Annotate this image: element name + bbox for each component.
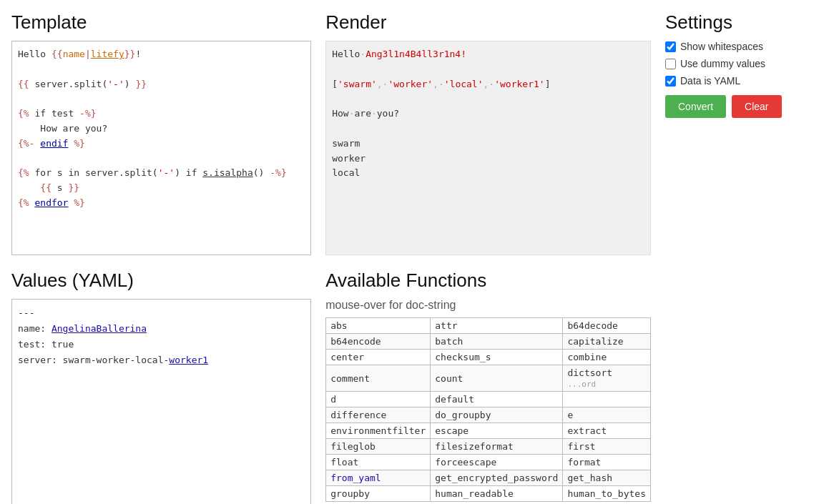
convert-button[interactable]: Convert bbox=[665, 95, 726, 118]
func-b64encode[interactable]: b64encode bbox=[326, 334, 431, 350]
render-section: Render Hello·Ang3l1n4B4ll3r1n4! ['swarm'… bbox=[325, 11, 651, 255]
show-whitespaces-checkbox[interactable] bbox=[665, 41, 676, 52]
func-environmentfilter[interactable]: environmentfilter bbox=[326, 423, 431, 439]
table-row: comment count dictsort Return a secure h… bbox=[326, 365, 651, 392]
use-dummy-values-checkbox[interactable] bbox=[665, 59, 676, 69]
use-dummy-values-row: Use dummy values bbox=[665, 58, 823, 69]
func-empty3 bbox=[563, 392, 651, 407]
settings-title: Settings bbox=[665, 11, 823, 34]
action-buttons: Convert Clear bbox=[665, 95, 823, 118]
settings-section: Settings Show whitespaces Use dummy valu… bbox=[665, 11, 823, 255]
func-center[interactable]: center bbox=[326, 350, 431, 365]
data-is-yaml-checkbox[interactable] bbox=[665, 76, 676, 87]
functions-title: Available Functions bbox=[325, 270, 651, 292]
table-row: b64encode batch capitalize bbox=[326, 334, 651, 350]
func-fileglob[interactable]: fileglob bbox=[326, 439, 431, 455]
show-whitespaces-row: Show whitespaces bbox=[665, 41, 823, 52]
func-forceescape[interactable]: forceescape bbox=[431, 455, 563, 470]
values-editor[interactable]: --- name: AngelinaBallerina test: true s… bbox=[11, 299, 311, 504]
show-whitespaces-label: Show whitespaces bbox=[680, 41, 763, 52]
data-is-yaml-label: Data is YAML bbox=[680, 75, 740, 87]
values-title: Values (YAML) bbox=[11, 270, 311, 292]
clear-button[interactable]: Clear bbox=[732, 95, 781, 118]
render-output: Hello·Ang3l1n4B4ll3r1n4! ['swarm',·'work… bbox=[325, 41, 651, 255]
func-human-to-bytes[interactable]: human_to_bytes bbox=[563, 486, 651, 502]
func-batch[interactable]: batch bbox=[431, 334, 563, 350]
table-row: environmentfilter escape extract bbox=[326, 423, 651, 439]
func-from-yaml[interactable]: from_yaml bbox=[326, 470, 431, 486]
func-attr[interactable]: attr bbox=[431, 318, 563, 334]
func-filesizeformat[interactable]: filesizeformat bbox=[431, 439, 563, 455]
func-difference[interactable]: difference bbox=[326, 407, 431, 423]
func-capitalize[interactable]: capitalize bbox=[563, 334, 651, 350]
func-float[interactable]: float bbox=[326, 455, 431, 470]
table-row: abs attr b64decode bbox=[326, 318, 651, 334]
table-row: float forceescape format bbox=[326, 455, 651, 470]
template-section: Template Hello {{name|litefy}}! {{ serve… bbox=[11, 11, 311, 255]
table-row: difference do_groupby e bbox=[326, 407, 651, 423]
func-d[interactable]: d bbox=[326, 392, 431, 407]
functions-section: Available Functions mouse-over for doc-s… bbox=[325, 270, 651, 504]
func-dictsort-tooltip: dictsort Return a secure hash hex digest… bbox=[567, 367, 612, 378]
func-abs[interactable]: abs bbox=[326, 318, 431, 334]
func-get-hash[interactable]: get_hash bbox=[563, 470, 651, 486]
render-title: Render bbox=[325, 11, 651, 34]
table-row: groupby human_readable human_to_bytes bbox=[326, 486, 651, 502]
template-title: Template bbox=[11, 11, 311, 34]
func-do-groupby[interactable]: do_groupby bbox=[431, 407, 563, 423]
func-first[interactable]: first bbox=[563, 439, 651, 455]
func-format[interactable]: format bbox=[563, 455, 651, 470]
func-comment[interactable]: comment bbox=[326, 365, 431, 392]
func-checksum-s[interactable]: checksum_s bbox=[431, 350, 563, 365]
table-row: fileglob filesizeformat first bbox=[326, 439, 651, 455]
func-default[interactable]: default bbox=[431, 392, 563, 407]
func-groupby[interactable]: groupby bbox=[326, 486, 431, 502]
template-editor[interactable]: Hello {{name|litefy}}! {{ server.split('… bbox=[11, 41, 311, 255]
func-extract[interactable]: extract bbox=[563, 423, 651, 439]
func-count[interactable]: count bbox=[431, 365, 563, 392]
func-combine[interactable]: combine bbox=[563, 350, 651, 365]
functions-subtitle: mouse-over for doc-string bbox=[325, 299, 651, 312]
use-dummy-values-label: Use dummy values bbox=[680, 58, 765, 69]
table-row: d default bbox=[326, 392, 651, 407]
func-escape[interactable]: escape bbox=[431, 423, 563, 439]
functions-table: abs attr b64decode b64encode batch capit… bbox=[325, 317, 651, 502]
func-e[interactable]: e bbox=[563, 407, 651, 423]
table-row: center checksum_s combine bbox=[326, 350, 651, 365]
func-b64decode[interactable]: b64decode bbox=[563, 318, 651, 334]
data-is-yaml-row: Data is YAML bbox=[665, 75, 823, 87]
func-dictsort[interactable]: dictsort Return a secure hash hex digest… bbox=[563, 365, 651, 392]
values-section: Values (YAML) --- name: AngelinaBallerin… bbox=[11, 270, 311, 504]
table-row: from_yaml get_encrypted_password get_has… bbox=[326, 470, 651, 486]
func-human-readable[interactable]: human_readable bbox=[431, 486, 563, 502]
func-get-encrypted-password[interactable]: get_encrypted_password bbox=[431, 470, 563, 486]
